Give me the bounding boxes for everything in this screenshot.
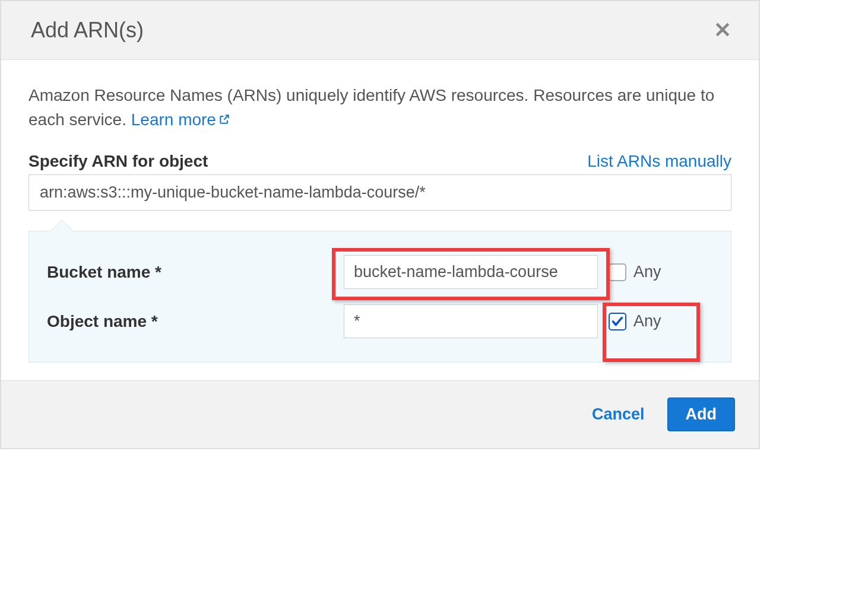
object-name-row: Object name * Any: [47, 304, 713, 338]
annotation-highlight-icon: [603, 303, 700, 362]
learn-more-label: Learn more: [131, 110, 216, 129]
close-icon: ✕: [714, 18, 731, 42]
bucket-name-label: Bucket name *: [47, 263, 344, 282]
bucket-highlight: [344, 255, 598, 289]
arn-input[interactable]: [28, 174, 731, 211]
bucket-name-input[interactable]: [344, 255, 598, 289]
bucket-any-label: Any: [633, 263, 661, 281]
specify-row: Specify ARN for object List ARNs manuall…: [28, 152, 731, 171]
bucket-any-checkbox[interactable]: [609, 263, 626, 281]
arn-description: Amazon Resource Names (ARNs) uniquely id…: [28, 84, 731, 132]
list-arns-manually-link[interactable]: List ARNs manually: [587, 152, 731, 171]
cancel-button[interactable]: Cancel: [587, 399, 650, 430]
bucket-any-wrap: Any: [609, 263, 661, 281]
external-link-icon: [218, 110, 230, 131]
close-button[interactable]: ✕: [710, 18, 735, 43]
specify-arn-label: Specify ARN for object: [28, 152, 208, 171]
modal-title: Add ARN(s): [31, 18, 144, 43]
bucket-name-row: Bucket name * Any: [47, 255, 713, 289]
arn-detail-panel: Bucket name * Any Object name *: [28, 231, 731, 362]
modal-body: Amazon Resource Names (ARNs) uniquely id…: [1, 60, 759, 380]
object-any-highlight: Any: [609, 312, 661, 330]
add-arn-modal: Add ARN(s) ✕ Amazon Resource Names (ARNs…: [0, 0, 760, 449]
object-any-checkbox[interactable]: [609, 313, 626, 330]
modal-footer: Cancel Add: [1, 380, 759, 448]
object-input-wrap: Any: [344, 304, 661, 338]
learn-more-link[interactable]: Learn more: [131, 110, 230, 129]
bucket-input-wrap: Any: [344, 255, 661, 289]
object-name-input[interactable]: [344, 304, 598, 338]
modal-header: Add ARN(s) ✕: [1, 1, 759, 60]
object-any-label: Any: [633, 312, 661, 330]
add-button[interactable]: Add: [667, 398, 735, 431]
object-any-wrap: Any: [609, 312, 661, 330]
object-name-label: Object name *: [47, 312, 344, 331]
